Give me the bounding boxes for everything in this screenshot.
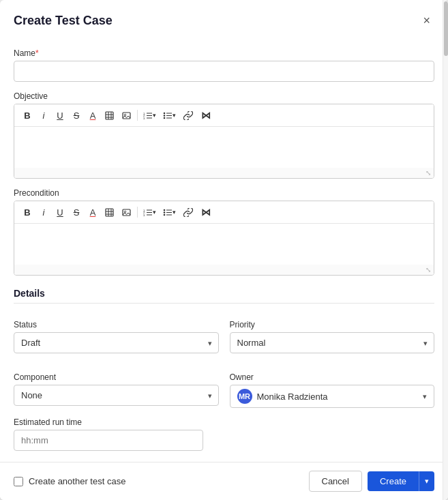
component-owner-row: Component None ▾ Owner MR Monika Radzien… <box>14 363 434 408</box>
bold-button-pre[interactable]: B <box>20 205 35 220</box>
resize-icon-obj: ⤡ <box>425 169 431 177</box>
objective-toolbar: B i U S A 1.2.3. ▾ ▾ <box>14 104 434 127</box>
name-input[interactable] <box>14 61 434 82</box>
modal-body: Name* Objective B i U S A 1.2.3. <box>0 39 448 462</box>
scrollbar-thumb <box>444 1 448 56</box>
component-field: Component None ▾ <box>14 363 219 408</box>
italic-button-obj[interactable]: i <box>36 108 51 123</box>
table-button-obj[interactable] <box>102 109 117 122</box>
details-section-title: Details <box>14 288 434 299</box>
svg-rect-0 <box>106 112 113 119</box>
ordered-list-button-pre[interactable]: 1.2.3. ▾ <box>140 207 159 218</box>
code-button-obj[interactable]: ⋈ <box>198 108 214 123</box>
strikethrough-button-obj[interactable]: S <box>69 108 84 123</box>
ordered-list-button-obj[interactable]: 1.2.3. ▾ <box>140 110 159 121</box>
priority-field: Priority Normal High Low Critical ▾ <box>230 310 435 353</box>
create-dropdown-button[interactable]: ▾ <box>419 471 434 491</box>
create-button-group: Create ▾ <box>368 471 434 491</box>
svg-text:3.: 3. <box>143 213 145 216</box>
create-another-label: Create another test case <box>29 476 125 486</box>
scrollbar[interactable] <box>443 0 448 500</box>
toolbar-sep-2 <box>137 207 138 218</box>
modal: Create Test Case × Name* Objective B i U… <box>0 0 448 500</box>
owner-name: Monika Radzienta <box>257 392 419 402</box>
priority-select-wrapper: Normal High Low Critical ▾ <box>230 332 435 353</box>
italic-button-pre[interactable]: i <box>36 205 51 220</box>
status-priority-row: Status Draft Active Obsolete ▾ Priority … <box>14 310 434 353</box>
svg-point-35 <box>164 209 166 211</box>
svg-point-18 <box>164 117 166 119</box>
link-button-obj[interactable] <box>180 109 196 122</box>
details-divider <box>14 303 434 304</box>
svg-point-37 <box>164 214 166 216</box>
owner-label: Owner <box>230 372 435 382</box>
priority-label: Priority <box>230 320 435 329</box>
modal-title: Create Test Case <box>14 14 113 28</box>
create-another-checkbox-label[interactable]: Create another test case <box>14 476 125 486</box>
precondition-label: Precondition <box>14 188 434 198</box>
underline-button-pre[interactable]: U <box>53 205 68 220</box>
status-select-wrapper: Draft Active Obsolete ▾ <box>14 332 219 353</box>
image-button-obj[interactable] <box>119 109 134 122</box>
cancel-button[interactable]: Cancel <box>309 471 362 492</box>
code-button-pre[interactable]: ⋈ <box>198 205 214 220</box>
svg-text:3.: 3. <box>143 116 145 119</box>
objective-resize: ⤡ <box>14 168 434 178</box>
bold-button-obj[interactable]: B <box>20 108 35 123</box>
svg-point-16 <box>164 112 166 114</box>
strikethrough-button-pre[interactable]: S <box>69 205 84 220</box>
name-label: Name* <box>14 48 434 58</box>
image-button-pre[interactable] <box>119 206 134 219</box>
create-another-checkbox[interactable] <box>14 477 23 486</box>
unordered-list-button-obj[interactable]: ▾ <box>160 110 179 121</box>
underline-button-obj[interactable]: U <box>53 108 68 123</box>
footer-actions: Cancel Create ▾ <box>309 471 435 492</box>
priority-select[interactable]: Normal High Low Critical <box>230 332 435 353</box>
svg-point-17 <box>164 115 166 117</box>
modal-header: Create Test Case × <box>0 0 448 39</box>
status-select[interactable]: Draft Active Obsolete <box>14 332 219 353</box>
link-button-pre[interactable] <box>180 206 196 219</box>
svg-point-25 <box>124 211 125 212</box>
status-label: Status <box>14 320 219 329</box>
component-select[interactable]: None <box>14 385 219 406</box>
close-button[interactable]: × <box>419 12 434 29</box>
svg-point-36 <box>164 211 166 214</box>
modal-footer: Create another test case Cancel Create ▾ <box>0 462 448 500</box>
estimated-run-time-input[interactable] <box>14 430 203 451</box>
objective-label: Objective <box>14 91 434 101</box>
svg-rect-19 <box>106 209 113 216</box>
resize-icon-pre: ⤡ <box>425 266 431 274</box>
unordered-list-button-pre[interactable]: ▾ <box>160 207 179 218</box>
status-field: Status Draft Active Obsolete ▾ <box>14 310 219 353</box>
owner-arrow-icon: ▾ <box>423 392 427 401</box>
toolbar-sep-1 <box>137 110 138 121</box>
precondition-editor: B i U S A 1.2.3. ▾ ▾ <box>14 201 434 276</box>
owner-field: Owner MR Monika Radzienta ▾ <box>230 363 435 408</box>
component-select-wrapper: None ▾ <box>14 385 219 406</box>
owner-avatar: MR <box>237 389 252 404</box>
font-color-button-pre[interactable]: A <box>85 205 100 220</box>
table-button-pre[interactable] <box>102 206 117 219</box>
objective-content[interactable] <box>14 127 434 168</box>
font-color-button-obj[interactable]: A <box>85 108 100 123</box>
create-button[interactable]: Create <box>368 471 419 491</box>
precondition-content[interactable] <box>14 224 434 265</box>
svg-point-6 <box>124 114 125 115</box>
component-label: Component <box>14 372 219 382</box>
precondition-resize: ⤡ <box>14 265 434 275</box>
precondition-toolbar: B i U S A 1.2.3. ▾ ▾ <box>14 201 434 224</box>
estimated-run-time-label: Estimated run time <box>14 417 434 427</box>
owner-select[interactable]: MR Monika Radzienta ▾ <box>230 385 435 408</box>
objective-editor: B i U S A 1.2.3. ▾ ▾ <box>14 104 434 179</box>
